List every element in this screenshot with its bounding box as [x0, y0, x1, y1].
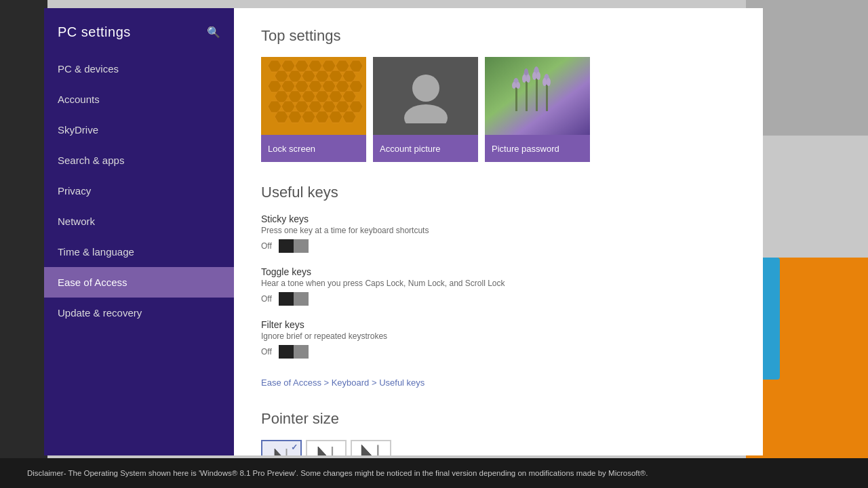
toggle-keys-toggle-row: Off — [261, 292, 736, 306]
toggle-keys-desc: Hear a tone when you press Caps Lock, Nu… — [261, 279, 736, 288]
sidebar-item-accounts[interactable]: Accounts — [44, 84, 234, 115]
disclaimer-text: Disclaimer- The Operating System shown h… — [27, 469, 648, 477]
svg-point-46 — [526, 75, 530, 83]
svg-point-47 — [524, 68, 528, 75]
pointer-size-section: Pointer size — [261, 410, 736, 455]
sidebar-item-privacy[interactable]: Privacy — [44, 176, 234, 206]
picture-password-label: Picture password — [485, 135, 590, 162]
sidebar-header: PC settings 🔍 — [44, 16, 234, 54]
account-picture-label: Account picture — [373, 135, 478, 162]
filter-keys-toggle[interactable] — [279, 345, 309, 359]
sidebar-item-search-apps[interactable]: Search & apps — [44, 145, 234, 176]
honeycomb-svg — [261, 57, 366, 135]
svg-point-59 — [516, 82, 520, 89]
bg-right-top — [746, 0, 868, 136]
sticky-keys-item: Sticky keys Press one key at a time for … — [261, 214, 736, 253]
lock-screen-image — [261, 57, 366, 135]
picture-password-card[interactable]: Picture password — [485, 57, 590, 162]
filter-keys-item: Filter keys Ignore brief or repeated key… — [261, 319, 736, 359]
svg-point-45 — [522, 75, 526, 83]
disclaimer-bar: Disclaimer- The Operating System shown h… — [0, 458, 868, 488]
search-icon[interactable]: 🔍 — [207, 26, 220, 39]
svg-point-40 — [412, 75, 439, 102]
sticky-keys-title: Sticky keys — [261, 214, 736, 224]
lock-screen-card[interactable]: Lock screen — [261, 57, 366, 162]
bg-left-panel — [0, 0, 47, 488]
svg-point-55 — [547, 78, 551, 86]
top-settings-title: Top settings — [261, 27, 736, 45]
sidebar-item-update-recovery[interactable]: Update & recovery — [44, 298, 234, 328]
avatar-svg — [399, 69, 453, 123]
svg-point-50 — [532, 72, 536, 80]
pointer-size-title: Pointer size — [261, 410, 736, 428]
svg-point-41 — [404, 104, 448, 123]
useful-keys-link[interactable]: Ease of Access > Keyboard > Useful keys — [261, 378, 425, 388]
pointer-small-card[interactable] — [261, 440, 302, 455]
sticky-keys-desc: Press one key at a time for keyboard sho… — [261, 226, 736, 235]
svg-point-58 — [512, 82, 516, 89]
sidebar-item-ease-of-access[interactable]: Ease of Access — [44, 267, 234, 298]
useful-keys-title: Useful keys — [261, 184, 736, 201]
sticky-keys-toggle-row: Off — [261, 239, 736, 253]
pointer-small-icon — [271, 447, 292, 456]
toggle-keys-title: Toggle keys — [261, 266, 736, 277]
lock-screen-label: Lock screen — [261, 135, 366, 162]
top-settings-section: Top settings — [261, 27, 736, 162]
toggle-keys-toggle[interactable] — [279, 292, 309, 306]
filter-keys-desc: Ignore brief or repeated keystrokes — [261, 331, 736, 341]
pointer-large-card[interactable] — [351, 440, 391, 455]
filter-keys-toggle-label: Off — [261, 347, 272, 357]
svg-marker-62 — [318, 447, 330, 456]
picture-password-image — [485, 57, 590, 135]
sticky-keys-toggle[interactable] — [279, 239, 309, 253]
app-title: PC settings — [58, 24, 131, 40]
pointer-medium-card[interactable] — [306, 440, 347, 455]
top-settings-cards: Lock screen Account picture — [261, 57, 736, 162]
account-picture-image — [373, 57, 478, 135]
main-window: PC settings 🔍 PC & devices Accounts SkyD… — [44, 8, 763, 455]
svg-rect-43 — [526, 77, 528, 111]
svg-marker-64 — [361, 445, 376, 455]
svg-point-54 — [542, 78, 547, 86]
main-content-area: Top settings — [234, 8, 763, 455]
sidebar: PC settings 🔍 PC & devices Accounts SkyD… — [44, 8, 234, 455]
sidebar-item-network[interactable]: Network — [44, 206, 234, 237]
lavender-svg — [485, 57, 590, 135]
pointer-size-cards — [261, 440, 736, 455]
sidebar-item-pc-devices[interactable]: PC & devices — [44, 54, 234, 84]
pointer-large-icon — [357, 443, 385, 456]
svg-point-51 — [536, 72, 540, 80]
pointer-medium-icon — [314, 445, 338, 456]
filter-keys-toggle-row: Off — [261, 345, 736, 359]
toggle-keys-item: Toggle keys Hear a tone when you press C… — [261, 266, 736, 306]
account-picture-card[interactable]: Account picture — [373, 57, 478, 162]
useful-keys-section: Useful keys Sticky keys Press one key at… — [261, 184, 736, 388]
filter-keys-title: Filter keys — [261, 319, 736, 330]
sidebar-item-skydrive[interactable]: SkyDrive — [44, 115, 234, 145]
sidebar-item-time-language[interactable]: Time & language — [44, 237, 234, 267]
svg-marker-60 — [275, 449, 285, 456]
toggle-keys-toggle-label: Off — [261, 294, 272, 304]
sticky-keys-toggle-label: Off — [261, 241, 272, 251]
